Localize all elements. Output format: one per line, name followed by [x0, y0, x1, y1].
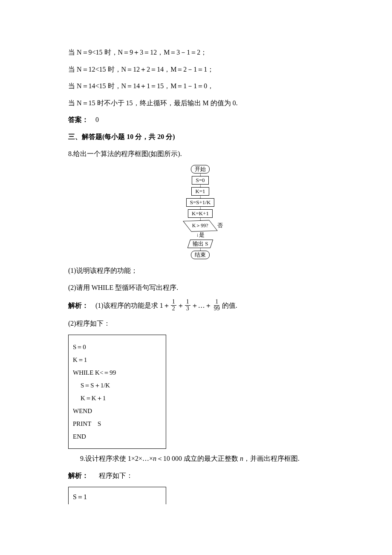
code-line: S＝S＋1/K — [73, 380, 161, 390]
code-line: K＝1 — [73, 355, 161, 365]
flow-decision-text: K＞99? — [192, 222, 208, 230]
q8-solution-2-head: (2)程序如下： — [68, 318, 332, 329]
q9-solution-head: 解析： 程序如下： — [68, 470, 332, 481]
code-line: WHILE K<＝99 — [73, 367, 161, 378]
code-line: PRINT S — [73, 419, 161, 429]
code-line: S＝1 — [73, 491, 161, 503]
step-line-3: 当 N＝14<15 时，N＝14＋1＝15，M＝1－1＝0， — [68, 81, 332, 92]
code-line: S＝0 — [73, 342, 161, 352]
flow-no-label: 否 — [217, 221, 223, 230]
fraction-1-99: 1 99 — [213, 299, 221, 312]
q9-stem: 9.设计程序求使 1×2×…×n＜10 000 成立的最大正整数 n，并画出程序… — [68, 453, 332, 464]
solve-label: 解析： — [68, 472, 89, 479]
code-box-1: S＝0 K＝1 WHILE K<＝99 S＝S＋1/K K＝K＋1 WEND P… — [68, 335, 166, 449]
flow-decision: K＞99? — [183, 220, 218, 231]
q8-sub1: (1)说明该程序的功能； — [68, 265, 332, 276]
code-line: WEND — [73, 406, 161, 416]
flow-update-s: S=S+1/K — [186, 198, 215, 207]
section-3-heading: 三、解答题(每小题 10 分，共 20 分) — [68, 131, 332, 142]
step-line-2: 当 N＝12<15 时，N＝12＋2＝14，M＝2－1＝1； — [68, 64, 332, 75]
answer-value: 0 — [89, 116, 99, 123]
q8-sol1-post: 的值. — [222, 300, 237, 311]
fraction-1-2: 1 2 — [171, 299, 176, 312]
step-line-4: 当 N＝15 时不小于 15，终止循环，最后输出 M 的值为 0. — [68, 98, 332, 109]
plus-sign: ＋ — [205, 300, 212, 311]
flow-decision-wrap: K＞99? 否 — [187, 220, 213, 231]
q8-sub2: (2)请用 WHILE 型循环语句写出程序. — [68, 282, 332, 293]
flow-end: 结束 — [191, 251, 210, 259]
dots: … — [198, 300, 205, 311]
plus-sign: ＋ — [177, 300, 184, 311]
step-line-1: 当 N＝9<15 时，N＝9＋3＝12，M＝3－1＝2； — [68, 47, 332, 58]
flowchart-figure: 开始 ↓ S=0 ↓ K=1 ↓ S=S+1/K ↓ K=K+1 ↓ K＞99?… — [68, 165, 332, 259]
q8-solution-1: 解析： (1)该程序的功能是求 1＋ 1 2 ＋ 1 3 ＋ … ＋ 1 99 … — [68, 299, 332, 312]
solve-label: 解析： — [68, 300, 89, 311]
plus-sign: ＋ — [191, 300, 198, 311]
flow-yes-label: ↓是 — [196, 231, 205, 240]
code-line: END — [73, 431, 161, 442]
q8-stem: 8.给出一个算法的程序框图(如图所示). — [68, 148, 332, 159]
answer-line: 答案： 0 — [68, 114, 332, 125]
flow-output: 输出 S — [187, 240, 213, 248]
fraction-1-3: 1 3 — [185, 299, 190, 312]
q8-sol1-pre: (1)该程序的功能是求 1＋ — [95, 300, 170, 311]
code-line: K＝K＋1 — [73, 393, 161, 403]
code-box-2: S＝1 — [68, 487, 166, 504]
answer-label: 答案： — [68, 116, 89, 123]
